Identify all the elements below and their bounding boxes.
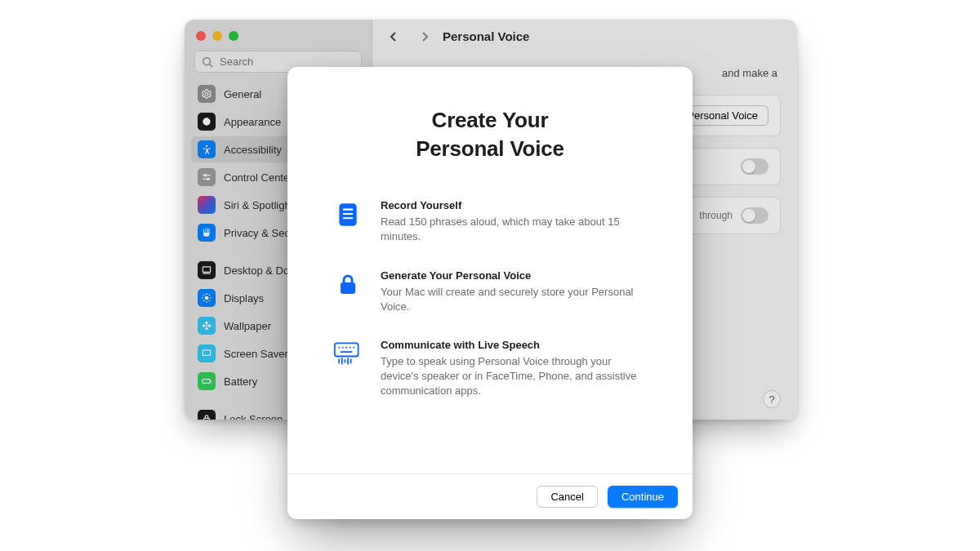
svg-point-11: [205, 296, 209, 300]
accessibility-icon: [198, 140, 216, 158]
feature-live-speech: Communicate with Live Speech Type to spe…: [332, 339, 648, 399]
sidebar-item-label: Displays: [224, 292, 264, 304]
svg-point-21: [205, 322, 208, 325]
svg-rect-25: [203, 350, 210, 355]
feature-record: Record Yourself Read 150 phrases aloud, …: [332, 199, 648, 244]
sliders-icon: [198, 168, 216, 186]
feature-desc: Type to speak using Personal Voice throu…: [381, 354, 648, 399]
sidebar-item-label: Battery: [224, 375, 257, 388]
svg-line-19: [209, 295, 210, 295]
sidebar-item-label: Lock Screen: [224, 413, 283, 420]
svg-rect-33: [341, 282, 355, 294]
svg-point-24: [208, 325, 212, 328]
feature-generate: Generate Your Personal Voice Your Mac wi…: [332, 269, 648, 314]
battery-icon: [198, 372, 216, 390]
help-button[interactable]: ?: [763, 390, 781, 408]
svg-point-23: [203, 325, 206, 328]
sheet-title: Create Your Personal Voice: [332, 106, 648, 163]
window-controls: [185, 20, 372, 47]
feature-title: Communicate with Live Speech: [381, 339, 648, 351]
svg-rect-28: [204, 419, 210, 420]
back-icon[interactable]: [387, 30, 400, 43]
cancel-button[interactable]: Cancel: [537, 486, 597, 508]
screensaver-icon: [198, 344, 216, 362]
toggle-switch[interactable]: [741, 158, 768, 175]
svg-line-16: [203, 295, 204, 295]
create-personal-voice-sheet: Create Your Personal Voice Record Yourse…: [287, 67, 693, 519]
gear-icon: [198, 85, 216, 103]
keyboard-speech-icon: [332, 339, 364, 399]
sun-icon: [198, 289, 216, 307]
svg-point-8: [207, 179, 209, 180]
svg-line-18: [203, 300, 204, 301]
sidebar-item-label: Screen Saver: [224, 348, 288, 360]
forward-icon[interactable]: [418, 30, 431, 43]
document-lines-icon: [332, 199, 364, 244]
svg-point-4: [206, 145, 207, 147]
sidebar-item-label: Wallpaper: [224, 320, 271, 332]
lock-icon: [332, 269, 364, 314]
minimize-window[interactable]: [212, 31, 222, 41]
hand-icon: [198, 224, 216, 242]
dock-icon: [198, 261, 216, 279]
svg-line-17: [209, 300, 210, 301]
svg-point-22: [205, 327, 208, 331]
svg-rect-26: [203, 380, 210, 384]
page-title: Personal Voice: [443, 29, 529, 43]
flower-icon: [198, 317, 216, 335]
sidebar-item-label: Siri & Spotlight: [224, 199, 293, 211]
feature-title: Record Yourself: [381, 199, 648, 211]
svg-line-1: [210, 64, 213, 67]
svg-point-7: [204, 175, 206, 176]
zoom-window[interactable]: [229, 31, 238, 41]
sheet-footer: Cancel Continue: [287, 473, 693, 519]
close-window[interactable]: [196, 31, 206, 41]
sidebar-item-label: Accessibility: [224, 144, 282, 156]
search-icon: [202, 56, 213, 68]
feature-title: Generate Your Personal Voice: [381, 269, 648, 282]
svg-point-0: [203, 57, 211, 64]
toggle-switch[interactable]: [741, 207, 768, 224]
feature-desc: Your Mac will create and securely store …: [381, 285, 648, 314]
svg-rect-34: [335, 343, 359, 356]
continue-button[interactable]: Continue: [608, 486, 678, 508]
sidebar-item-label: Control Center: [224, 171, 293, 184]
svg-rect-9: [203, 267, 210, 272]
lock-icon: [198, 410, 216, 420]
nav-arrows: [387, 30, 431, 43]
feature-desc: Read 150 phrases aloud, which may take a…: [381, 215, 648, 244]
sidebar-item-label: Appearance: [224, 116, 281, 128]
svg-point-2: [205, 93, 208, 96]
toolbar: Personal Voice: [372, 20, 797, 50]
svg-point-3: [203, 118, 210, 126]
siri-icon: [198, 196, 216, 214]
svg-point-20: [206, 325, 207, 327]
sidebar-item-label: General: [224, 88, 261, 100]
appearance-icon: [198, 113, 216, 131]
